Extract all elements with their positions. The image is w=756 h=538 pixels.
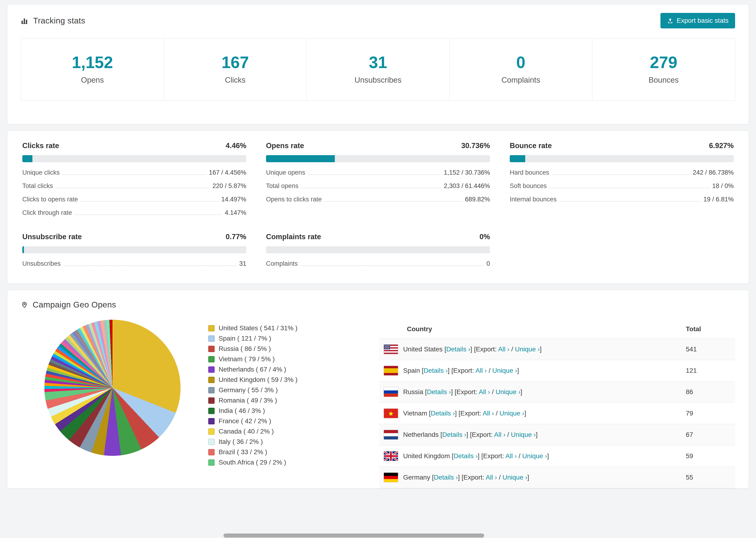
details-link-united-kingdom[interactable]: Details › xyxy=(454,452,478,459)
rate-row-value: 167 / 4.456% xyxy=(207,169,246,176)
rate-row-unique-clicks: Unique clicks 167 / 4.456% xyxy=(22,166,246,179)
export-all-link-united-states[interactable]: All › xyxy=(498,346,510,353)
stat-label-unsubscribes: Unsubscribes xyxy=(307,76,449,84)
legend-swatch-united-states xyxy=(208,325,215,331)
legend-item-india: India ( 46 / 3% ) xyxy=(208,405,351,416)
rate-row-opens-to-clicks-rate: Opens to clicks rate 689.82% xyxy=(266,193,490,206)
legend-item-italy: Italy ( 36 / 2% ) xyxy=(208,437,351,447)
details-link-netherlands[interactable]: Details › xyxy=(442,431,466,438)
export-all-link-russia[interactable]: All › xyxy=(479,388,490,396)
rate-value-unsubscribe-rate: 0.77% xyxy=(226,233,246,241)
legend-swatch-canada xyxy=(208,428,215,435)
geo-header: Campaign Geo Opens xyxy=(21,300,735,309)
export-all-link-united-kingdom[interactable]: All › xyxy=(506,452,517,459)
rate-block-opens-rate: Opens rate 30.736% Unique opens 1,152 / … xyxy=(266,141,490,219)
export-unique-link-germany[interactable]: Unique › xyxy=(503,474,527,481)
flag-us-icon xyxy=(384,345,398,354)
country-column-header: Country xyxy=(379,320,681,339)
export-all-link-vietnam[interactable]: All › xyxy=(483,409,494,417)
details-link-spain[interactable]: Details › xyxy=(423,367,448,374)
country-cell-text-vietnam: Vietnam [Details ›] [Export: All › / Uni… xyxy=(403,409,526,417)
rate-row-label: Clicks to opens rate xyxy=(22,196,80,203)
export-unique-link-vietnam[interactable]: Unique › xyxy=(499,409,524,417)
country-cell-text-spain: Spain [Details ›] [Export: All › / Uniqu… xyxy=(403,367,519,374)
legend-item-russia: Russia ( 86 / 5% ) xyxy=(208,344,351,354)
total-cell-netherlands: 67 xyxy=(681,424,735,446)
legend-label-brazil: Brazil ( 33 / 2% ) xyxy=(219,448,267,456)
legend-label-spain: Spain ( 121 / 7% ) xyxy=(219,335,271,342)
legend-item-france: France ( 42 / 2% ) xyxy=(208,416,351,426)
rate-row-label: Opens to clicks rate xyxy=(266,196,324,203)
geo-card: Campaign Geo Opens United States ( 541 /… xyxy=(7,290,749,488)
export-unique-link-united-kingdom[interactable]: Unique › xyxy=(522,452,547,459)
geo-table-row-netherlands: Netherlands [Details ›] [Export: All › /… xyxy=(379,424,735,446)
rate-row-value: 689.82% xyxy=(462,196,490,203)
rate-row-value: 220 / 5.87% xyxy=(210,183,246,190)
details-link-vietnam[interactable]: Details › xyxy=(431,409,455,417)
rates-card: Clicks rate 4.46% Unique clicks 167 / 4.… xyxy=(7,131,749,284)
progress-bar-complaints-rate xyxy=(266,246,490,253)
rate-row-total-opens: Total opens 2,303 / 61.446% xyxy=(266,179,490,193)
stat-value-clicks: 167 xyxy=(164,53,306,72)
export-unique-link-spain[interactable]: Unique › xyxy=(492,367,517,374)
rate-row-unique-opens: Unique opens 1,152 / 30.736% xyxy=(266,166,490,179)
legend-label-united-kingdom: United Kingdom ( 59 / 3% ) xyxy=(219,376,297,384)
progress-fill xyxy=(266,155,335,162)
export-basic-stats-button[interactable]: Export basic stats xyxy=(661,13,735,28)
stat-box-complaints: 0 Complaints xyxy=(449,38,592,101)
export-all-link-germany[interactable]: All › xyxy=(486,474,497,481)
geo-title: Campaign Geo Opens xyxy=(33,300,116,309)
rate-row-label: Hard bounces xyxy=(510,169,552,176)
page: Tracking stats Export basic stats 1,152 … xyxy=(0,0,756,493)
country-cell-text-united-kingdom: United Kingdom [Details ›] [Export: All … xyxy=(403,452,549,460)
stat-value-unsubscribes: 31 xyxy=(307,53,449,72)
details-link-united-states[interactable]: Details › xyxy=(446,346,470,353)
legend-swatch-germany xyxy=(208,387,215,394)
rate-row-label: Unsubscribes xyxy=(22,260,63,267)
geo-body: United States ( 541 / 31% ) Spain ( 121 … xyxy=(21,320,735,488)
total-cell-germany: 55 xyxy=(681,467,735,488)
details-link-germany[interactable]: Details › xyxy=(434,474,458,481)
legend-label-italy: Italy ( 36 / 2% ) xyxy=(219,438,263,446)
stat-box-clicks: 167 Clicks xyxy=(164,38,307,101)
export-unique-link-russia[interactable]: Unique › xyxy=(496,388,520,396)
total-cell-spain: 121 xyxy=(681,360,735,381)
stat-label-bounces: Bounces xyxy=(592,76,735,84)
rate-row-value: 19 / 6.81% xyxy=(701,196,734,203)
legend-item-united-kingdom: United Kingdom ( 59 / 3% ) xyxy=(208,375,351,385)
legend-swatch-france xyxy=(208,418,215,424)
legend-item-netherlands: Netherlands ( 67 / 4% ) xyxy=(208,364,351,375)
flag-de-icon xyxy=(384,473,398,482)
export-all-link-spain[interactable]: All › xyxy=(475,367,487,374)
export-unique-link-united-states[interactable]: Unique › xyxy=(515,346,540,353)
rate-row-value: 1,152 / 30.736% xyxy=(441,169,490,176)
legend-swatch-vietnam xyxy=(208,356,215,362)
export-unique-link-netherlands[interactable]: Unique › xyxy=(511,431,536,438)
rate-row-label: Unique clicks xyxy=(22,169,62,176)
export-all-link-netherlands[interactable]: All › xyxy=(494,431,506,438)
rate-row-label: Total opens xyxy=(266,183,301,190)
rate-row-unsubscribes: Unsubscribes 31 xyxy=(22,257,246,270)
rate-row-value: 0 xyxy=(484,260,490,267)
country-cell-text-germany: Germany [Details ›] [Export: All › / Uni… xyxy=(403,474,529,481)
legend-label-russia: Russia ( 86 / 5% ) xyxy=(219,345,271,352)
progress-fill xyxy=(22,155,32,162)
rate-row-clicks-to-opens-rate: Clicks to opens rate 14.497% xyxy=(22,193,246,206)
stat-label-opens: Opens xyxy=(21,76,164,84)
geo-table-row-germany: Germany [Details ›] [Export: All › / Uni… xyxy=(379,467,735,488)
geo-pie-chart xyxy=(44,320,181,456)
details-link-russia[interactable]: Details › xyxy=(427,388,451,396)
rate-row-value: 242 / 86.738% xyxy=(690,169,734,176)
rate-block-complaints-rate: Complaints rate 0% Complaints 0 xyxy=(266,233,490,270)
rate-value-opens-rate: 30.736% xyxy=(461,141,490,150)
legend-swatch-russia xyxy=(208,346,215,352)
geo-legend: United States ( 541 / 31% ) Spain ( 121 … xyxy=(208,323,351,467)
legend-swatch-spain xyxy=(208,336,215,342)
horizontal-scrollbar-thumb[interactable] xyxy=(224,534,484,538)
total-column-header: Total xyxy=(681,320,735,339)
legend-swatch-romania xyxy=(208,398,215,404)
legend-label-united-states: United States ( 541 / 31% ) xyxy=(219,324,297,332)
rate-block-clicks-rate: Clicks rate 4.46% Unique clicks 167 / 4.… xyxy=(22,141,246,219)
legend-swatch-south-africa xyxy=(208,459,215,466)
rate-title-complaints-rate: Complaints rate xyxy=(266,233,321,241)
